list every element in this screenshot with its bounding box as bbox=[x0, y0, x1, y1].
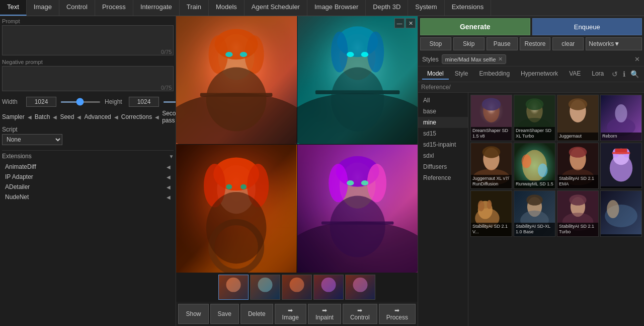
script-label: Script bbox=[2, 126, 174, 133]
thumbnail-3[interactable] bbox=[282, 275, 312, 300]
model-tab-embedding[interactable]: Embedding bbox=[474, 69, 515, 80]
nav-image-browser[interactable]: Image Browser bbox=[307, 0, 366, 16]
nav-image[interactable]: Image bbox=[27, 0, 59, 16]
model-tab-lora[interactable]: Lora bbox=[587, 69, 609, 80]
model-card-stability-ema[interactable]: StabilityAI SD 2.1 EMA bbox=[557, 143, 599, 189]
ext-ip-adapter-arrow[interactable]: ◀ bbox=[167, 174, 171, 180]
thumbnail-2[interactable] bbox=[250, 275, 280, 300]
ext-animatediff[interactable]: AnimateDiff ◀ bbox=[2, 162, 174, 172]
thumbnail-4[interactable] bbox=[313, 275, 344, 300]
send-to-inpaint-button[interactable]: ➡ Inpaint bbox=[308, 304, 341, 324]
breadcrumb[interactable]: Reference/ bbox=[421, 84, 641, 91]
script-select[interactable]: None bbox=[2, 134, 62, 145]
nav-train[interactable]: Train bbox=[180, 0, 209, 16]
ext-animatediff-arrow[interactable]: ◀ bbox=[167, 164, 171, 170]
category-sd15[interactable]: sd15 bbox=[418, 128, 468, 139]
style-tag-remove-icon[interactable]: ✕ bbox=[498, 56, 503, 62]
nav-system[interactable]: System bbox=[408, 0, 444, 16]
category-base[interactable]: base bbox=[418, 106, 468, 117]
svg-rect-32 bbox=[176, 145, 296, 273]
image-cell-4[interactable] bbox=[297, 145, 418, 273]
nav-extensions[interactable]: Extensions bbox=[445, 0, 492, 16]
networks-button[interactable]: Networks▼ bbox=[586, 37, 642, 50]
negative-prompt-input[interactable] bbox=[2, 66, 174, 91]
model-card-12[interactable] bbox=[600, 190, 642, 237]
ext-nudenet-arrow[interactable]: ◀ bbox=[167, 194, 171, 200]
image-minimize-btn[interactable]: — bbox=[394, 18, 405, 28]
image-close-btn[interactable]: ✕ bbox=[406, 18, 416, 28]
model-tab-hypernetwork[interactable]: Hypernetwork bbox=[516, 69, 563, 80]
model-settings-icon[interactable]: ⚙ bbox=[642, 69, 644, 79]
generate-button[interactable]: Generate bbox=[420, 18, 530, 35]
category-mine[interactable]: mine bbox=[418, 117, 468, 128]
pause-button[interactable]: Pause bbox=[487, 37, 518, 50]
ext-adetailer-label: ADetailer bbox=[5, 183, 30, 190]
save-button[interactable]: Save bbox=[210, 304, 239, 324]
styles-panel-close-icon[interactable]: ✕ bbox=[634, 55, 640, 63]
width-slider[interactable] bbox=[60, 101, 101, 103]
category-all[interactable]: All bbox=[418, 95, 468, 106]
model-card-stability-xl-base[interactable]: StabilityAI SD-XL 1.0 Base bbox=[514, 190, 555, 237]
send-to-control-button[interactable]: ➡ Control bbox=[343, 304, 377, 324]
nav-process[interactable]: Process bbox=[95, 0, 133, 16]
sampler-arrow[interactable]: ◀ bbox=[28, 114, 32, 120]
category-reference[interactable]: Reference bbox=[418, 172, 468, 183]
skip-button[interactable]: Skip bbox=[453, 37, 485, 50]
ext-ip-adapter[interactable]: IP Adapter ◀ bbox=[2, 172, 174, 182]
extensions-collapse-icon[interactable]: ▼ bbox=[169, 154, 174, 159]
send-to-process-button[interactable]: ➡ Process bbox=[379, 304, 416, 324]
model-card-8[interactable] bbox=[600, 143, 642, 189]
thumbnail-5[interactable] bbox=[345, 275, 375, 300]
model-info-icon[interactable]: ℹ bbox=[621, 69, 627, 79]
category-sd15-inpaint[interactable]: sd15-inpaint bbox=[418, 139, 468, 150]
model-card-dreamshaper-sd15[interactable]: DreamShaper SD 1.5 v8 bbox=[470, 95, 512, 141]
prompt-char-count: 0/75 bbox=[161, 49, 172, 55]
model-card-stability-v[interactable]: StabilityAI SD 2.1 V... bbox=[470, 190, 512, 237]
model-card-stability-turbo[interactable]: StabilityAI SD 2.1 Turbo bbox=[557, 190, 599, 237]
image-cell-1[interactable] bbox=[176, 16, 296, 144]
category-diffusers[interactable]: Diffusers bbox=[418, 161, 468, 172]
thumbnail-1[interactable] bbox=[218, 275, 249, 300]
height-slider[interactable] bbox=[163, 101, 176, 103]
nav-interrogate[interactable]: Interrogate bbox=[133, 0, 180, 16]
advanced-label: Advanced bbox=[84, 113, 111, 120]
seed-arrow[interactable]: ◀ bbox=[77, 114, 81, 120]
category-sdxl[interactable]: sdxl bbox=[418, 150, 468, 161]
stop-button[interactable]: Stop bbox=[420, 37, 451, 50]
model-tab-vae[interactable]: VAE bbox=[564, 69, 586, 80]
model-refresh-icon[interactable]: ↺ bbox=[610, 69, 620, 79]
send-to-image-button[interactable]: ➡ Image bbox=[275, 304, 306, 324]
corrections-arrow[interactable]: ◀ bbox=[155, 114, 159, 120]
model-card-reborn[interactable]: Reborn bbox=[600, 95, 642, 141]
model-tab-style[interactable]: Style bbox=[450, 69, 473, 80]
svg-rect-21 bbox=[297, 16, 418, 144]
ext-adetailer-arrow[interactable]: ◀ bbox=[167, 184, 171, 190]
nav-models[interactable]: Models bbox=[209, 0, 245, 16]
prompt-input[interactable] bbox=[2, 25, 174, 55]
style-tag[interactable]: mine/Mad Max selfie ✕ bbox=[442, 54, 506, 64]
nav-agent-scheduler[interactable]: Agent Scheduler bbox=[245, 0, 307, 16]
enqueue-button[interactable]: Enqueue bbox=[532, 18, 642, 35]
batch-arrow[interactable]: ◀ bbox=[53, 114, 57, 120]
nav-depth-3d[interactable]: Depth 3D bbox=[366, 0, 408, 16]
advanced-arrow[interactable]: ◀ bbox=[114, 114, 118, 120]
width-input[interactable] bbox=[26, 97, 56, 107]
ext-nudenet[interactable]: NudeNet ◀ bbox=[2, 192, 174, 202]
model-card-runwayml[interactable]: RunwayML SD 1.5 bbox=[514, 143, 555, 189]
image-cell-3[interactable] bbox=[176, 145, 296, 273]
delete-button[interactable]: Delete bbox=[240, 304, 273, 324]
height-input[interactable] bbox=[129, 97, 159, 107]
nav-text[interactable]: Text bbox=[0, 0, 27, 16]
model-card-juggernaut[interactable]: Juggernaut bbox=[557, 95, 599, 141]
right-panel: Generate Enqueue Stop Skip Pause Restore… bbox=[418, 16, 644, 326]
model-card-dreamshaper-sdxl[interactable]: DreamShaper SD XL Turbo bbox=[514, 95, 555, 141]
show-button[interactable]: Show bbox=[178, 304, 208, 324]
model-search-icon[interactable]: 🔍 bbox=[628, 69, 641, 79]
nav-control[interactable]: Control bbox=[59, 0, 95, 16]
ext-adetailer[interactable]: ADetailer ◀ bbox=[2, 182, 174, 192]
restore-button[interactable]: Restore bbox=[520, 37, 551, 50]
image-cell-2[interactable] bbox=[297, 16, 418, 144]
clear-button[interactable]: clear bbox=[552, 37, 584, 50]
model-tab-model[interactable]: Model bbox=[422, 69, 449, 80]
model-card-juggernaut-xl[interactable]: Juggernaut XL v7/ RunDiffusion bbox=[470, 143, 512, 189]
